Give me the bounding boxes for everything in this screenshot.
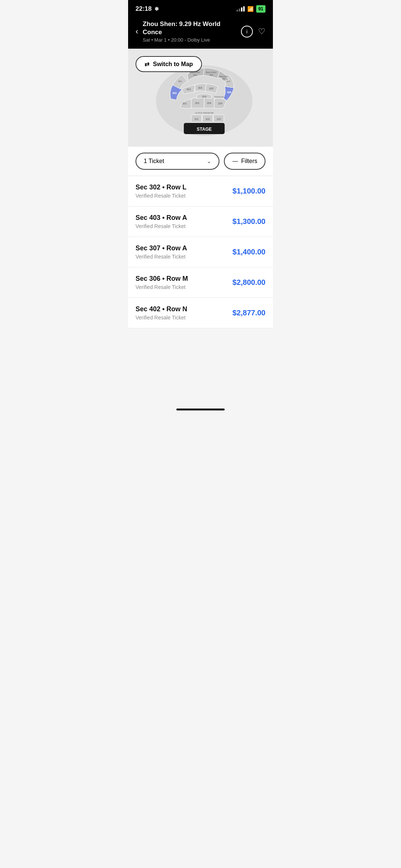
venue-map-section: ⇄ Switch to Map STAGE 101 102 103 ULTRA-…	[128, 49, 273, 147]
svg-text:404: 404	[193, 74, 197, 76]
ticket-item[interactable]: Sec 403 • Row A Verified Resale Ticket $…	[128, 207, 273, 237]
ticket-type-label: Verified Resale Ticket	[136, 193, 186, 199]
signal-icon	[237, 6, 245, 12]
ticket-price: $1,100.00	[232, 187, 265, 195]
ticket-info: Sec 403 • Row A Verified Resale Ticket	[136, 214, 187, 229]
svg-text:STAGE: STAGE	[197, 127, 212, 132]
ticket-type-label: Verified Resale Ticket	[136, 284, 188, 290]
ticket-price: $1,300.00	[232, 217, 265, 226]
status-bar: 22:18 ❄ 📶 91	[128, 0, 273, 16]
switch-map-icon: ⇄	[144, 61, 149, 68]
ticket-controls: 1 Ticket ⌄ ⸻ Filters	[128, 147, 273, 176]
svg-text:103: 103	[216, 118, 221, 120]
ticket-section-row: Sec 402 • Row N	[136, 305, 187, 313]
svg-text:201: 201	[182, 102, 187, 105]
ticket-quantity-label: 1 Ticket	[144, 158, 164, 165]
svg-text:102: 102	[205, 118, 210, 120]
ticket-info: Sec 302 • Row L Verified Resale Ticket	[136, 183, 186, 199]
svg-text:202: 202	[195, 102, 199, 104]
svg-text:406: 406	[222, 78, 226, 80]
svg-text:306: 306	[227, 91, 231, 94]
ticket-list: Sec 302 • Row L Verified Resale Ticket $…	[128, 176, 273, 328]
ticket-section-row: Sec 306 • Row M	[136, 275, 188, 283]
bottom-spacer	[128, 328, 273, 403]
ticket-info: Sec 307 • Row A Verified Resale Ticket	[136, 244, 187, 260]
ticket-price: $1,400.00	[232, 248, 265, 256]
filters-label: Filters	[241, 158, 257, 165]
ticket-section-row: Sec 403 • Row A	[136, 214, 187, 222]
ticket-section-row: Sec 307 • Row A	[136, 244, 187, 252]
ticket-item[interactable]: Sec 402 • Row N Verified Resale Ticket $…	[128, 298, 273, 328]
switch-map-button[interactable]: ⇄ Switch to Map	[136, 56, 202, 72]
ticket-item[interactable]: Sec 307 • Row A Verified Resale Ticket $…	[128, 237, 273, 267]
ticket-price: $2,800.00	[232, 278, 265, 287]
home-bar	[176, 409, 225, 410]
back-button[interactable]: ‹	[136, 27, 138, 36]
svg-text:305: 305	[209, 87, 213, 90]
battery-indicator: 91	[256, 5, 265, 13]
info-icon: i	[246, 29, 247, 35]
ticket-type-label: Verified Resale Ticket	[136, 315, 187, 321]
switch-map-label: Switch to Map	[153, 61, 193, 68]
favorite-button[interactable]: ♡	[258, 27, 265, 36]
snowflake-icon: ❄	[154, 6, 159, 12]
filters-button[interactable]: ⸻ Filters	[224, 153, 265, 170]
svg-text:204: 204	[207, 102, 211, 104]
svg-text:303: 303	[186, 88, 191, 91]
svg-text:302: 302	[172, 92, 177, 94]
svg-text:101: 101	[194, 118, 199, 120]
svg-text:BALCONY: BALCONY	[206, 71, 217, 74]
svg-text:301: 301	[178, 80, 182, 82]
ticket-item[interactable]: Sec 302 • Row L Verified Resale Ticket $…	[128, 176, 273, 207]
event-title: Zhou Shen: 9.29 Hz World Conce	[143, 20, 237, 36]
ticket-type-label: Verified Resale Ticket	[136, 223, 187, 229]
svg-text:ULTRA-PREMIUM: ULTRA-PREMIUM	[195, 112, 213, 114]
chevron-down-icon: ⌄	[207, 158, 211, 164]
filter-sliders-icon: ⸻	[232, 158, 238, 165]
ticket-info: Sec 306 • Row M Verified Resale Ticket	[136, 275, 188, 290]
svg-text:304: 304	[198, 87, 202, 89]
wifi-icon: 📶	[247, 6, 254, 12]
ticket-price: $2,877.00	[232, 309, 265, 317]
ticket-quantity-selector[interactable]: 1 Ticket ⌄	[136, 153, 219, 170]
svg-text:PREMIUM: PREMIUM	[213, 96, 224, 98]
ticket-info: Sec 402 • Row N Verified Resale Ticket	[136, 305, 187, 321]
ticket-item[interactable]: Sec 306 • Row M Verified Resale Ticket $…	[128, 267, 273, 298]
svg-text:203: 203	[202, 95, 206, 98]
ticket-type-label: Verified Resale Ticket	[136, 254, 187, 260]
status-time: 22:18	[136, 5, 151, 13]
status-icons: 📶 91	[237, 5, 265, 13]
ticket-section-row: Sec 302 • Row L	[136, 183, 186, 191]
event-details: Sat • Mar 1 • 20:00 - Dolby Live	[143, 37, 237, 43]
svg-text:205: 205	[218, 102, 222, 105]
svg-text:405: 405	[209, 74, 213, 76]
info-button[interactable]: i	[241, 26, 253, 38]
home-indicator	[128, 403, 273, 413]
event-header: ‹ Zhou Shen: 9.29 Hz World Conce Sat • M…	[128, 16, 273, 49]
